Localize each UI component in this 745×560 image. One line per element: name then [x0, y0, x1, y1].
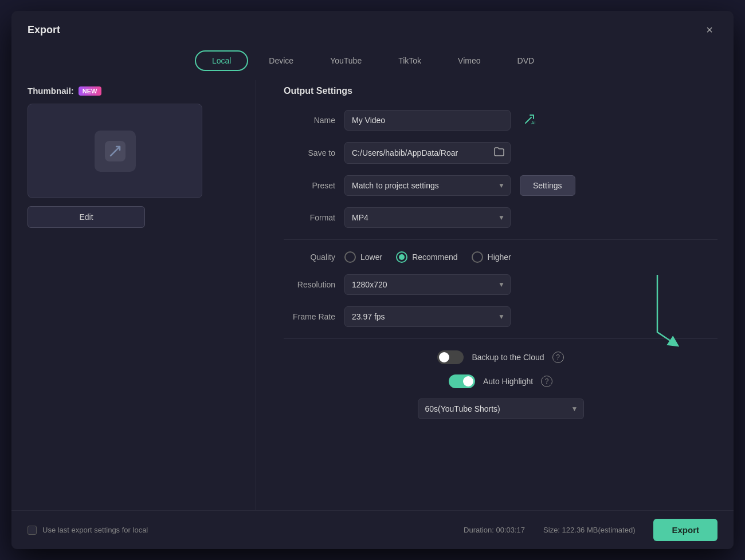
save-to-input[interactable]: [345, 143, 488, 163]
use-last-export-label: Use last export settings for local: [42, 526, 148, 534]
frame-rate-select[interactable]: 23.97 fps: [344, 306, 511, 327]
tab-tiktok[interactable]: TikTok: [382, 50, 437, 71]
content-area: Thumbnail: NEW Edit Output Settings Name: [11, 80, 734, 510]
format-select[interactable]: MP4: [344, 207, 511, 228]
frame-rate-select-wrap: 23.97 fps ▼: [344, 306, 511, 327]
highlight-duration-select-wrap: 60s(YouTube Shorts) ▼: [418, 399, 584, 419]
export-dialog: Export × Local Device YouTube TikTok Vim…: [11, 11, 734, 549]
preset-row: Preset Match to project settings ▼ Setti…: [284, 175, 717, 196]
thumbnail-header: Thumbnail: NEW: [28, 86, 240, 96]
quality-higher-label: Higher: [488, 253, 511, 262]
backup-toggle[interactable]: [437, 350, 464, 364]
tabs-bar: Local Device YouTube TikTok Vimeo DVD: [11, 45, 734, 80]
quality-row: Quality Lower Recommend Higher: [284, 251, 717, 263]
output-settings-title: Output Settings: [284, 86, 717, 96]
duration-stat: Duration: 00:03:17: [464, 526, 525, 534]
resolution-select[interactable]: 1280x720: [344, 274, 511, 295]
save-to-label: Save to: [284, 148, 335, 157]
auto-highlight-toggle[interactable]: [449, 374, 475, 388]
footer: Use last export settings for local Durat…: [11, 510, 734, 549]
ai-icon[interactable]: AI: [523, 113, 536, 128]
format-select-wrap: MP4 ▼: [344, 207, 511, 228]
use-last-export-checkbox[interactable]: [28, 526, 37, 535]
settings-button[interactable]: Settings: [520, 175, 575, 196]
quality-recommend[interactable]: Recommend: [396, 251, 457, 263]
radio-lower-outer: [344, 251, 356, 263]
backup-label: Backup to the Cloud: [472, 353, 544, 362]
backup-toggle-row: Backup to the Cloud ?: [284, 350, 717, 364]
radio-recommend-outer: [396, 251, 407, 263]
svg-text:AI: AI: [531, 120, 536, 125]
resolution-row: Resolution 1280x720 ▼: [284, 274, 717, 295]
preset-select[interactable]: Match to project settings: [344, 175, 511, 196]
format-label: Format: [284, 213, 335, 222]
tab-dvd[interactable]: DVD: [501, 50, 551, 71]
new-badge: NEW: [79, 86, 101, 96]
tab-local[interactable]: Local: [195, 50, 248, 71]
backup-toggle-knob: [439, 352, 449, 362]
use-last-export-wrap: Use last export settings for local: [28, 526, 148, 535]
tab-device[interactable]: Device: [253, 50, 309, 71]
export-button[interactable]: Export: [653, 519, 717, 541]
edit-button[interactable]: Edit: [28, 206, 145, 228]
size-stat: Size: 122.36 MB(estimated): [543, 526, 635, 534]
tab-youtube[interactable]: YouTube: [314, 50, 378, 71]
left-panel: Thumbnail: NEW Edit: [28, 80, 240, 510]
frame-rate-row: Frame Rate 23.97 fps ▼: [284, 306, 717, 327]
name-input[interactable]: [344, 110, 511, 131]
thumbnail-icon: [95, 131, 136, 172]
auto-highlight-toggle-row: Auto Highlight ?: [284, 374, 717, 388]
close-button[interactable]: ×: [701, 21, 717, 39]
save-to-input-wrap: [344, 142, 511, 164]
right-panel: Output Settings Name AI Save to: [272, 80, 717, 510]
radio-higher-outer: [472, 251, 483, 263]
preset-select-wrap: Match to project settings ▼: [344, 175, 511, 196]
footer-info: Duration: 00:03:17 Size: 122.36 MB(estim…: [464, 519, 717, 541]
quality-recommend-label: Recommend: [412, 253, 457, 262]
quality-lower[interactable]: Lower: [344, 251, 382, 263]
quality-label: Quality: [284, 253, 335, 262]
highlight-duration-select[interactable]: 60s(YouTube Shorts): [418, 399, 584, 419]
title-bar: Export ×: [11, 11, 734, 45]
format-row: Format MP4 ▼: [284, 207, 717, 228]
highlight-select-wrap: 60s(YouTube Shorts) ▼: [284, 399, 717, 419]
name-label: Name: [284, 116, 335, 125]
quality-options: Lower Recommend Higher: [344, 251, 511, 263]
save-to-row: Save to: [284, 142, 717, 164]
divider-quality: [284, 239, 717, 240]
thumbnail-label-text: Thumbnail:: [28, 86, 74, 96]
backup-help-icon[interactable]: ?: [552, 352, 564, 363]
thumbnail-preview: [28, 104, 202, 198]
divider-toggles: [284, 338, 717, 339]
resolution-select-wrap: 1280x720 ▼: [344, 274, 511, 295]
quality-higher[interactable]: Higher: [472, 251, 511, 263]
dialog-title: Export: [28, 24, 60, 36]
name-row: Name AI: [284, 110, 717, 131]
vertical-divider: [256, 80, 256, 510]
preset-label: Preset: [284, 181, 335, 190]
tab-vimeo[interactable]: Vimeo: [442, 50, 496, 71]
auto-highlight-label: Auto Highlight: [483, 377, 533, 386]
folder-button[interactable]: [488, 143, 510, 163]
auto-highlight-toggle-knob: [463, 376, 473, 387]
frame-rate-label: Frame Rate: [284, 312, 335, 321]
quality-lower-label: Lower: [360, 253, 382, 262]
auto-highlight-help-icon[interactable]: ?: [541, 376, 552, 387]
resolution-label: Resolution: [284, 280, 335, 289]
radio-recommend-inner: [399, 254, 405, 260]
